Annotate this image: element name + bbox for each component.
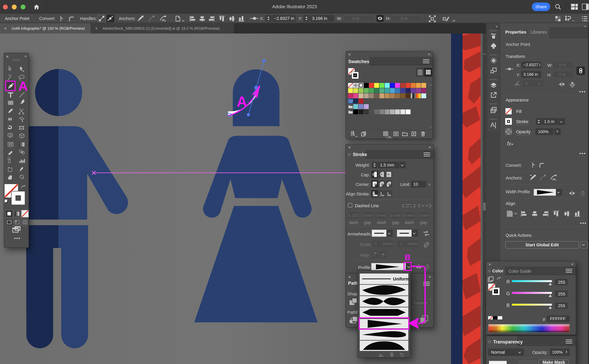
svg-text:R: R [506, 279, 510, 284]
svg-text:A: A [18, 79, 28, 94]
svg-text:G: G [506, 291, 510, 296]
svg-text:B: B [506, 303, 510, 308]
svg-text:255: 255 [558, 303, 565, 308]
svg-text:255: 255 [558, 292, 565, 296]
svg-text:255: 255 [558, 280, 565, 285]
svg-text:Uniform: Uniform [393, 277, 409, 281]
svg-text:A: A [237, 93, 247, 110]
